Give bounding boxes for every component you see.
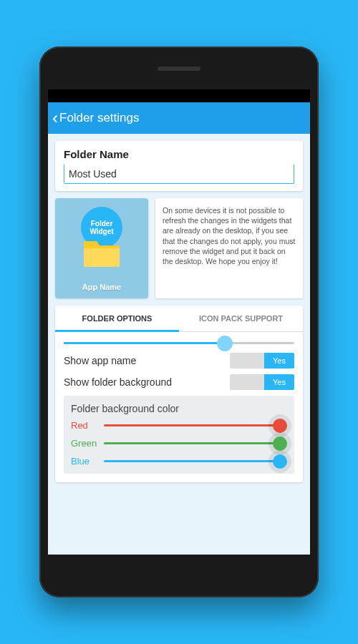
red-label: Red	[71, 420, 104, 431]
content: Folder Name Folder Widget App Name	[48, 134, 310, 555]
info-text: On some devices it is not possible to re…	[163, 206, 295, 265]
folder-icon	[82, 238, 121, 268]
phone-speaker	[158, 67, 200, 71]
size-slider[interactable]	[64, 342, 294, 344]
size-slider-row	[64, 342, 294, 344]
green-label: Green	[71, 438, 104, 449]
phone-frame: ‹ Folder settings Folder Name Folder Wid…	[39, 47, 319, 597]
status-bar	[48, 89, 310, 102]
folder-bg-color-title: Folder background color	[71, 403, 287, 414]
folder-name-card: Folder Name	[55, 141, 303, 191]
folder-name-input[interactable]	[69, 168, 289, 180]
appbar-title: Folder settings	[59, 111, 140, 125]
show-folder-bg-label: Show folder background	[64, 376, 172, 388]
folder-bg-color-panel: Folder background color Red Green	[64, 396, 294, 474]
toggle-yes-2: Yes	[264, 374, 294, 390]
screen: ‹ Folder settings Folder Name Folder Wid…	[48, 89, 310, 555]
options-body: Show app name Yes Show folder background…	[55, 332, 303, 482]
green-slider-row: Green	[71, 438, 287, 449]
show-folder-bg-toggle[interactable]: Yes	[230, 374, 294, 390]
app-bar: ‹ Folder settings	[48, 102, 310, 134]
show-app-name-toggle[interactable]: Yes	[230, 353, 294, 369]
blue-label: Blue	[71, 456, 104, 467]
green-slider[interactable]	[104, 442, 287, 444]
preview-app-name: App Name	[82, 283, 121, 291]
tabs: FOLDER OPTIONS ICON PACK SUPPORT	[55, 306, 303, 332]
preview-row: Folder Widget App Name On some devices i…	[55, 198, 303, 298]
red-slider[interactable]	[104, 424, 287, 426]
toggle-yes: Yes	[264, 353, 294, 369]
tab-folder-options[interactable]: FOLDER OPTIONS	[55, 306, 179, 331]
show-app-name-row: Show app name Yes	[64, 353, 294, 369]
back-icon[interactable]: ‹	[52, 109, 58, 127]
options-card: FOLDER OPTIONS ICON PACK SUPPORT Show ap…	[55, 306, 303, 482]
show-folder-bg-row: Show folder background Yes	[64, 374, 294, 390]
tab-icon-pack-support[interactable]: ICON PACK SUPPORT	[179, 306, 303, 331]
red-slider-row: Red	[71, 420, 287, 431]
info-card: On some devices it is not possible to re…	[155, 198, 303, 298]
show-app-name-label: Show app name	[64, 355, 136, 366]
widget-preview: Folder Widget App Name	[55, 198, 148, 298]
blue-slider-row: Blue	[71, 456, 287, 467]
folder-name-input-wrap	[64, 165, 294, 184]
folder-name-label: Folder Name	[64, 148, 294, 160]
blue-slider[interactable]	[104, 460, 287, 462]
